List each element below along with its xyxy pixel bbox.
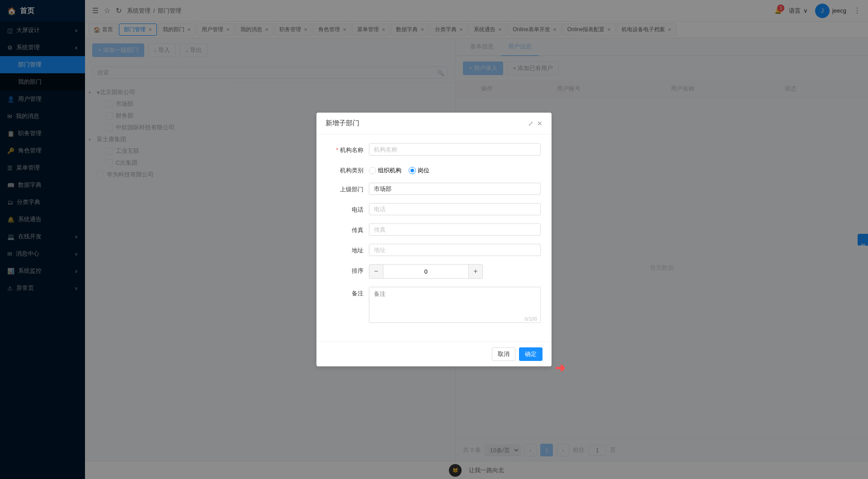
arrow-indicator-container: ➜ — [555, 360, 565, 375]
label-org-type: 机构类别 — [327, 164, 363, 175]
textarea-wrapper: 0/100 — [369, 287, 541, 324]
label-address: 地址 — [327, 244, 363, 255]
form-row-parent-dept: 上级部门 — [327, 183, 541, 195]
radio-label-position: 岗位 — [418, 166, 429, 175]
textarea-count: 0/100 — [524, 316, 537, 322]
decrement-sort-button[interactable]: − — [369, 264, 383, 279]
radio-org-type: 组织机构 岗位 — [369, 164, 429, 175]
number-input-sort: − + — [369, 264, 483, 279]
modal-footer: 取消 确定 — [316, 341, 552, 366]
increment-sort-button[interactable]: + — [468, 264, 483, 279]
form-row-sort: 排序 − + — [327, 264, 541, 279]
form-row-org-type: 机构类别 组织机构 岗位 — [327, 164, 541, 175]
modal-container: 新增子部门 ⤢ ✕ 机构名称 机构类别 — [316, 113, 552, 366]
modal-body: 机构名称 机构类别 组织机构 岗位 — [316, 134, 552, 341]
radio-org-structure[interactable]: 组织机构 — [369, 166, 401, 175]
label-parent-dept: 上级部门 — [327, 183, 363, 194]
radio-circle-position — [409, 167, 416, 174]
modal-actions: ⤢ ✕ — [528, 120, 542, 127]
input-address[interactable] — [369, 244, 541, 256]
radio-circle-structure — [369, 167, 376, 174]
radio-label-structure: 组织机构 — [378, 166, 401, 175]
cancel-button[interactable]: 取消 — [492, 347, 515, 361]
modal-header: 新增子部门 ⤢ ✕ — [316, 113, 552, 134]
textarea-remark[interactable] — [369, 287, 541, 323]
input-phone[interactable] — [369, 203, 541, 215]
modal-expand-icon[interactable]: ⤢ — [528, 120, 533, 127]
confirm-button[interactable]: 确定 — [519, 347, 542, 361]
modal-close-icon[interactable]: ✕ — [537, 120, 542, 127]
label-sort: 排序 — [327, 264, 363, 275]
label-org-name: 机构名称 — [327, 143, 363, 154]
radio-position[interactable]: 岗位 — [409, 166, 429, 175]
input-fax[interactable] — [369, 223, 541, 236]
form-row-remark: 备注 0/100 — [327, 287, 541, 324]
modal-overlay: 新增子部门 ⤢ ✕ 机构名称 机构类别 — [0, 0, 868, 479]
input-org-name[interactable] — [369, 143, 541, 156]
sort-value-input[interactable] — [383, 264, 468, 279]
label-fax: 传真 — [327, 223, 363, 234]
form-row-address: 地址 — [327, 244, 541, 256]
input-parent-dept[interactable] — [369, 183, 541, 195]
arrow-indicator: ➜ — [555, 361, 565, 375]
form-row-phone: 电话 — [327, 203, 541, 215]
label-phone: 电话 — [327, 203, 363, 214]
form-row-fax: 传真 — [327, 223, 541, 236]
form-row-org-name: 机构名称 — [327, 143, 541, 156]
modal-title: 新增子部门 — [326, 119, 359, 128]
modal: 新增子部门 ⤢ ✕ 机构名称 机构类别 — [316, 113, 552, 366]
label-remark: 备注 — [327, 287, 363, 298]
